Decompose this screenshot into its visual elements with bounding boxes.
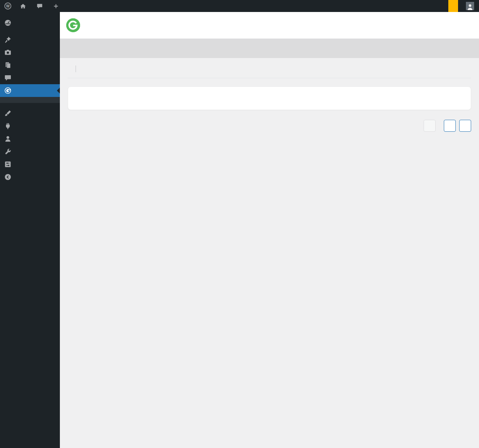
appearance-icon bbox=[4, 110, 12, 117]
avatar bbox=[466, 2, 474, 10]
comment-bubble-icon bbox=[37, 3, 43, 9]
tab-bar bbox=[60, 39, 479, 58]
menu-separator bbox=[0, 103, 60, 107]
subnav bbox=[68, 58, 471, 78]
sidebar-item-settings[interactable] bbox=[0, 158, 60, 171]
users-icon bbox=[4, 135, 12, 143]
prev-page-button[interactable] bbox=[424, 120, 436, 132]
pin-icon bbox=[4, 36, 12, 43]
admin-sidebar bbox=[0, 12, 60, 448]
givewp-icon bbox=[4, 87, 12, 94]
subnav-divider bbox=[76, 65, 76, 72]
givewp-logo bbox=[66, 18, 80, 32]
comments-icon bbox=[4, 74, 12, 82]
test-mode-badge[interactable] bbox=[448, 0, 458, 12]
last-page-button[interactable] bbox=[459, 120, 471, 132]
collapse-arrow-icon bbox=[4, 173, 12, 181]
account-menu[interactable] bbox=[458, 0, 479, 12]
sidebar-item-plugins[interactable] bbox=[0, 120, 60, 132]
pagination bbox=[68, 120, 471, 132]
menu-separator bbox=[0, 29, 60, 33]
page-header bbox=[60, 12, 479, 39]
new-menu[interactable] bbox=[49, 0, 65, 12]
sidebar-item-media[interactable] bbox=[0, 46, 60, 59]
collapse-menu-button[interactable] bbox=[0, 171, 60, 183]
sidebar-item-tools[interactable] bbox=[0, 145, 60, 158]
sidebar-item-pages[interactable] bbox=[0, 59, 60, 71]
settings-icon bbox=[4, 161, 12, 168]
pages-icon bbox=[4, 61, 12, 69]
dashboard-icon bbox=[4, 19, 12, 27]
media-icon bbox=[4, 49, 12, 56]
sidebar-item-posts[interactable] bbox=[0, 33, 60, 46]
site-name-menu[interactable] bbox=[16, 0, 33, 12]
sidebar-item-comments[interactable] bbox=[0, 71, 60, 84]
table-header-row bbox=[68, 87, 471, 110]
tools-icon bbox=[4, 148, 12, 155]
plugins-icon bbox=[4, 122, 12, 130]
home-icon bbox=[20, 3, 26, 9]
comments-menu[interactable] bbox=[33, 0, 49, 12]
wordpress-logo-icon: W bbox=[4, 2, 12, 10]
svg-text:W: W bbox=[6, 4, 10, 8]
sidebar-item-donations[interactable] bbox=[0, 84, 60, 97]
sidebar-item-dashboard[interactable] bbox=[0, 16, 60, 29]
sidebar-item-users[interactable] bbox=[0, 132, 60, 145]
donations-submenu bbox=[0, 97, 60, 103]
migrations-table bbox=[68, 86, 471, 110]
wordpress-logo[interactable]: W bbox=[0, 0, 16, 12]
admin-bar-right bbox=[448, 0, 479, 12]
sidebar-item-appearance[interactable] bbox=[0, 107, 60, 120]
next-page-button[interactable] bbox=[444, 120, 456, 132]
admin-bar: W bbox=[0, 0, 479, 12]
plus-icon bbox=[53, 3, 59, 9]
main-content bbox=[60, 0, 479, 142]
